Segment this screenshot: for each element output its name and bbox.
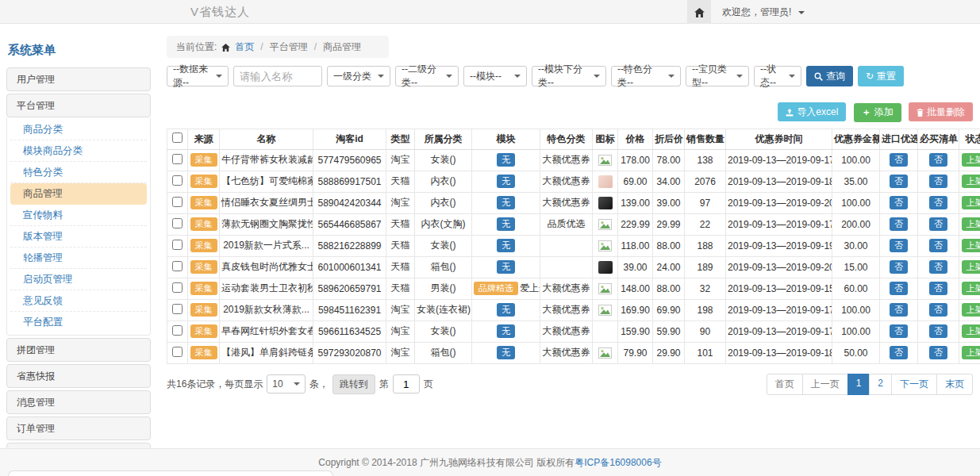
must-buy-badge: 否	[929, 260, 947, 274]
filter-select[interactable]: --数据来源--	[167, 66, 229, 86]
batch-delete-button[interactable]: 批量删除	[909, 102, 973, 121]
imported-badge: 否	[890, 282, 908, 295]
select-all-checkbox[interactable]	[172, 132, 183, 143]
name-search-input[interactable]	[233, 66, 322, 86]
filter-select-label: --模块--	[470, 70, 502, 83]
chevron-down-icon	[514, 75, 521, 78]
breadcrumb-item-platform[interactable]: 平台管理	[270, 36, 308, 58]
row-checkbox[interactable]	[172, 240, 183, 250]
category-cell: 内衣()	[415, 171, 472, 192]
search-button[interactable]: 查询	[806, 66, 853, 86]
row-checkbox[interactable]	[172, 325, 183, 336]
coupon-time-cell: 2019-09-13—2019-09-20	[726, 256, 832, 278]
status-badge: 上架	[962, 217, 980, 231]
must-buy-cell: 否	[918, 213, 959, 235]
taoke-id-cell: 597293020870	[313, 342, 386, 363]
user-menu[interactable]: 欢迎您，管理员!	[722, 0, 805, 24]
sidebar-section-header[interactable]: 消息管理	[6, 390, 151, 414]
pager-item[interactable]: 上一页	[802, 374, 848, 395]
reset-button[interactable]: ↻ 重置	[858, 66, 904, 86]
sidebar-item[interactable]: 启动页管理	[10, 269, 147, 290]
sidebar-item[interactable]: 模块商品分类	[10, 140, 147, 162]
filter-select[interactable]: --宝贝类型--	[686, 66, 749, 86]
row-checkbox[interactable]	[172, 261, 183, 271]
row-select-cell	[167, 278, 188, 299]
category-cell: 女装()	[415, 149, 472, 171]
status-cell: 上架	[959, 171, 980, 192]
sidebar-item[interactable]: 意见反馈	[10, 290, 147, 312]
filter-select[interactable]: 一级分类	[327, 66, 390, 86]
sidebar-section-header[interactable]: 拼团管理	[6, 338, 151, 362]
sidebar-section-header[interactable]: 用户管理	[6, 67, 151, 91]
import-excel-button[interactable]: 导入excel	[778, 102, 846, 121]
coupon-amount-cell: 100.00	[832, 149, 880, 171]
status-badge: 上架	[962, 346, 980, 359]
filter-select[interactable]: --模块下分类--	[532, 66, 606, 86]
category-cell: 女装()	[415, 321, 472, 342]
must-buy-badge: 否	[929, 153, 947, 167]
table-row: 采集2019新款一片式系...588216228899天猫女装()无118.00…	[167, 235, 980, 256]
row-checkbox[interactable]	[172, 154, 183, 164]
home-button[interactable]	[687, 0, 711, 24]
filter-select[interactable]: --模块--	[463, 66, 527, 86]
breadcrumb-separator: /	[259, 36, 264, 58]
status-cell: 上架	[959, 256, 980, 278]
pager-item[interactable]: 1	[847, 374, 870, 395]
row-checkbox[interactable]	[172, 175, 183, 186]
source-badge: 采集	[190, 217, 217, 231]
row-checkbox[interactable]	[172, 197, 183, 207]
imported-badge: 否	[890, 196, 908, 209]
discount-price-cell: 69.90	[653, 299, 685, 321]
sales-count-cell: 101	[685, 342, 726, 363]
pager-item[interactable]: 首页	[767, 374, 803, 395]
pager-item[interactable]: 2	[869, 374, 892, 395]
breadcrumb-home-link[interactable]: 首页	[235, 36, 254, 58]
sidebar-section: 平台管理商品分类模块商品分类特色分类商品管理宣传物料版本管理轮播管理启动页管理意…	[6, 94, 151, 336]
sidebar-section-header[interactable]: 省惠快报	[6, 364, 151, 388]
sidebar-item[interactable]: 平台配置	[10, 312, 147, 333]
filter-select[interactable]: --二级分类--	[395, 66, 459, 86]
pager-item[interactable]: 下一页	[891, 374, 937, 395]
page-number-input[interactable]	[393, 374, 420, 393]
discount-price-cell: 78.00	[653, 149, 685, 171]
product-name-cell: 【港风】单肩斜跨链条...	[220, 342, 313, 363]
sidebar-section-header[interactable]: 平台管理	[6, 94, 151, 117]
column-header: 优惠券金额	[832, 129, 880, 149]
coupon-time-cell: 2019-09-13—2019-09-17	[726, 321, 832, 342]
imported-cell: 否	[880, 192, 918, 213]
sidebar-item[interactable]: 特色分类	[10, 162, 147, 183]
sidebar-section-header[interactable]: 订单管理	[6, 416, 151, 440]
row-checkbox[interactable]	[172, 304, 183, 314]
sales-count-cell: 97	[685, 192, 726, 213]
row-checkbox[interactable]	[172, 218, 183, 228]
column-header: 来源	[188, 129, 220, 149]
pager-item[interactable]: 末页	[936, 374, 973, 395]
jump-to-button[interactable]: 跳转到	[332, 374, 375, 394]
imported-badge: 否	[890, 324, 908, 338]
product-thumbnail	[598, 197, 613, 209]
sidebar-item[interactable]: 宣传物料	[10, 205, 147, 226]
coupon-time-cell: 2019-09-13—2019-09-18	[726, 171, 832, 192]
icon-cell	[593, 256, 618, 278]
sidebar-item[interactable]: 商品分类	[10, 119, 147, 140]
type-cell: 天猫	[386, 213, 415, 235]
status-badge: 上架	[962, 239, 980, 252]
add-button[interactable]: ＋ 添加	[854, 103, 901, 122]
sidebar-item[interactable]: 版本管理	[10, 226, 147, 248]
category-cell: 内衣()	[415, 192, 472, 213]
coupon-amount-cell: 30.00	[832, 235, 880, 256]
app-title: V省钱达人	[190, 0, 250, 24]
imported-badge: 否	[890, 153, 908, 167]
filter-select[interactable]: --状态--	[754, 66, 801, 86]
type-cell: 天猫	[386, 235, 415, 256]
sidebar-item-active[interactable]: 商品管理	[10, 183, 147, 205]
sidebar-section: 省惠快报	[6, 364, 151, 388]
type-cell: 淘宝	[386, 192, 415, 213]
taoke-id-cell: 598451162391	[313, 299, 386, 321]
row-checkbox[interactable]	[172, 282, 183, 293]
per-page-select[interactable]: 10	[267, 374, 305, 393]
row-checkbox[interactable]	[172, 347, 183, 357]
icp-link[interactable]: 粤ICP备16098006号	[575, 457, 661, 468]
filter-select[interactable]: --特色分类--	[611, 66, 681, 86]
sidebar-item[interactable]: 轮播管理	[10, 248, 147, 269]
